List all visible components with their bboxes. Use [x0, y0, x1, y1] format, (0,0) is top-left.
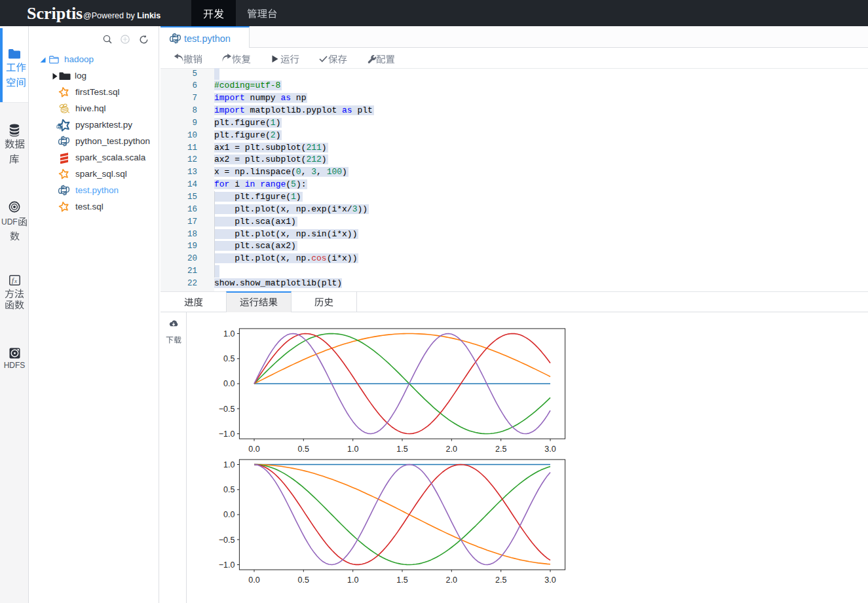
svg-text:0.5: 0.5	[223, 485, 235, 494]
svg-text:0.5: 0.5	[298, 445, 309, 454]
svg-text:0.5: 0.5	[223, 354, 235, 363]
svg-text:1.0: 1.0	[347, 576, 358, 585]
svg-text:0.5: 0.5	[298, 576, 309, 585]
svg-text:0.0: 0.0	[248, 445, 259, 454]
svg-text:−0.5: −0.5	[219, 536, 235, 545]
svg-text:0.0: 0.0	[248, 576, 259, 585]
svg-text:1.0: 1.0	[223, 329, 235, 338]
svg-text:3.0: 3.0	[544, 576, 556, 585]
svg-text:1.0: 1.0	[223, 460, 235, 469]
svg-text:0.0: 0.0	[223, 379, 235, 388]
svg-text:1.5: 1.5	[396, 445, 407, 454]
svg-text:1.5: 1.5	[396, 576, 407, 585]
svg-text:2.0: 2.0	[446, 445, 457, 454]
svg-text:−1.0: −1.0	[219, 429, 235, 439]
svg-text:2.5: 2.5	[495, 576, 506, 585]
svg-text:0.0: 0.0	[223, 510, 235, 519]
svg-text:1.0: 1.0	[347, 445, 358, 454]
svg-text:3.0: 3.0	[544, 445, 556, 454]
svg-text:−1.0: −1.0	[219, 560, 235, 570]
svg-text:x: x	[14, 278, 17, 284]
svg-text:2.5: 2.5	[495, 445, 506, 454]
svg-text:2.0: 2.0	[446, 576, 457, 585]
svg-text:−0.5: −0.5	[219, 405, 235, 414]
